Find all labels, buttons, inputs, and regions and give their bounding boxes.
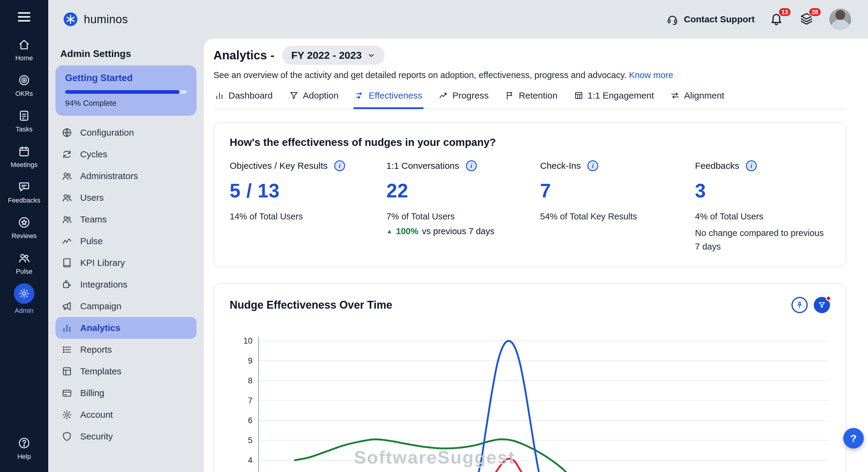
sidebar-item-reviews[interactable]: Reviews — [8, 210, 40, 245]
getting-started-progress-fill — [65, 90, 180, 94]
admin-sidebar-item-administrators[interactable]: Administrators — [56, 165, 196, 187]
admin-sidebar-item-account[interactable]: Account — [56, 404, 196, 426]
sidebar-item-okrs[interactable]: OKRs — [8, 67, 40, 103]
sidebar-item-admin[interactable]: Admin — [8, 281, 40, 320]
filter-icon — [818, 301, 826, 309]
admin-sidebar-item-label: Security — [80, 431, 113, 442]
stat-value: 5 / 13 — [230, 180, 386, 202]
admin-sidebar-item-label: Administrators — [80, 171, 138, 181]
admin-sidebar-item-configuration[interactable]: Configuration — [56, 122, 196, 144]
route-icon — [355, 91, 364, 100]
admin-sidebar-item-billing[interactable]: Billing — [56, 382, 196, 404]
sidebar-item-label: Help — [17, 453, 31, 461]
sidebar-item-home[interactable]: Home — [8, 32, 40, 67]
series-red — [478, 459, 543, 472]
calendar-icon — [18, 145, 30, 158]
tab-progress[interactable]: Progress — [437, 89, 490, 109]
filter-active-dot — [826, 296, 831, 301]
primary-sidebar-bottom: Help — [0, 431, 48, 472]
admin-sidebar-item-templates[interactable]: Templates — [56, 360, 196, 382]
notifications-badge: 13 — [778, 7, 792, 17]
admin-sidebar-item-analytics[interactable]: Analytics — [56, 317, 196, 339]
chat-icon — [18, 181, 30, 193]
admin-sidebar-item-kpi-library[interactable]: KPI Library — [56, 252, 196, 274]
fiscal-year-selector[interactable]: FY 2022 - 2023 — [282, 46, 384, 65]
flag-icon — [505, 91, 515, 100]
sidebar-item-label: Admin — [15, 307, 33, 315]
huminos-logo-icon — [63, 11, 79, 27]
admin-sidebar-item-label: Users — [80, 193, 104, 203]
admin-sidebar-item-security[interactable]: Security — [56, 426, 196, 447]
target-icon-wrap — [17, 73, 31, 87]
tab-effectiveness[interactable]: Effectiveness — [353, 89, 424, 109]
home-icon-wrap — [17, 37, 31, 52]
star-circle-icon-wrap — [17, 215, 31, 230]
sidebar-item-label: Meetings — [10, 161, 37, 169]
stat-1-1-conversations: 1:1 Conversationsi227% of Total Users▲10… — [386, 160, 540, 253]
tab-alignment[interactable]: Alignment — [669, 89, 725, 109]
admin-sidebar-item-integrations[interactable]: Integrations — [56, 274, 196, 295]
topbar-actions: Contact Support 13 28 — [666, 8, 851, 30]
know-more-link[interactable]: Know more — [629, 70, 673, 80]
star-circle-icon — [18, 216, 30, 229]
filter-chart-button[interactable] — [814, 297, 830, 313]
user-avatar[interactable] — [830, 8, 851, 30]
admin-sidebar-item-label: KPI Library — [80, 258, 125, 268]
sidebar-item-label: Reviews — [11, 232, 36, 240]
sidebar-item-help[interactable]: Help — [0, 431, 48, 466]
info-icon[interactable]: i — [334, 160, 345, 171]
admin-sidebar-item-label: Integrations — [80, 279, 127, 290]
stat-sub: 4% of Total Users — [695, 212, 830, 222]
people-icon — [18, 252, 30, 264]
sidebar-item-meetings[interactable]: Meetings — [8, 139, 40, 174]
brand[interactable]: huminos — [63, 11, 128, 27]
target-icon — [18, 74, 30, 87]
admin-sidebar-item-reports[interactable]: Reports — [56, 339, 196, 360]
admin-sidebar-item-cycles[interactable]: Cycles — [56, 144, 196, 165]
admin-sidebar-item-users[interactable]: Users — [56, 187, 196, 209]
notifications-button[interactable]: 13 — [769, 11, 785, 27]
stat-value: 3 — [695, 180, 830, 202]
y-tick-label: 8 — [248, 376, 253, 385]
resources-button[interactable]: 28 — [799, 11, 815, 27]
admin-sidebar-item-campaign[interactable]: Campaign — [56, 295, 196, 317]
chart-card-header: Nudge Effectiveness Over Time — [230, 297, 830, 313]
y-tick-label: 9 — [248, 356, 253, 365]
sidebar-item-pulse[interactable]: Pulse — [8, 245, 40, 281]
list-icon — [61, 344, 72, 355]
info-icon[interactable]: i — [587, 160, 598, 171]
hamburger-menu-button[interactable] — [16, 9, 32, 25]
contact-support-button[interactable]: Contact Support — [666, 13, 755, 25]
tab-retention[interactable]: Retention — [504, 89, 558, 109]
stat-objectives-key-results: Objectives / Key Resultsi5 / 1314% of To… — [230, 160, 386, 253]
getting-started-card[interactable]: Getting Started 94% Complete — [56, 65, 196, 116]
sidebar-item-feedbacks[interactable]: Feedbacks — [8, 174, 40, 210]
stat-feedbacks: Feedbacksi34% of Total UsersNo change co… — [695, 160, 830, 253]
help-chat-button[interactable]: ? — [843, 428, 864, 448]
stat-value: 22 — [386, 180, 540, 202]
tab-adoption[interactable]: Adoption — [288, 89, 340, 109]
pin-chart-button[interactable] — [792, 297, 808, 313]
tab-1-1-engagement[interactable]: 1:1 Engagement — [572, 89, 655, 109]
info-icon[interactable]: i — [746, 160, 757, 171]
page-subtitle: See an overview of the activity and get … — [213, 70, 846, 80]
y-tick-label: 4 — [248, 456, 253, 465]
chart-card-actions — [792, 297, 830, 313]
analytics-tabs: DashboardAdoptionEffectivenessProgressRe… — [213, 89, 846, 109]
tab-label: Retention — [519, 90, 557, 101]
admin-sidebar-item-label: Teams — [80, 214, 107, 225]
brand-name: huminos — [84, 13, 128, 26]
admin-settings-title: Admin Settings — [60, 48, 192, 59]
primary-sidebar: HomeOKRsTasksMeetingsFeedbacksReviewsPul… — [0, 0, 48, 472]
headset-icon — [666, 13, 678, 25]
admin-sidebar-item-label: Pulse — [80, 236, 103, 246]
admin-sidebar-item-teams[interactable]: Teams — [56, 209, 196, 230]
admin-sidebar-item-pulse[interactable]: Pulse — [56, 230, 196, 252]
tab-dashboard[interactable]: Dashboard — [213, 89, 274, 109]
chevron-down-icon — [367, 51, 375, 60]
info-icon[interactable]: i — [466, 160, 477, 171]
sidebar-item-tasks[interactable]: Tasks — [8, 103, 40, 139]
swap-arrows-icon — [670, 91, 680, 100]
stat-label-text: Objectives / Key Results — [230, 161, 328, 171]
page-subtitle-text: See an overview of the activity and get … — [213, 70, 627, 80]
